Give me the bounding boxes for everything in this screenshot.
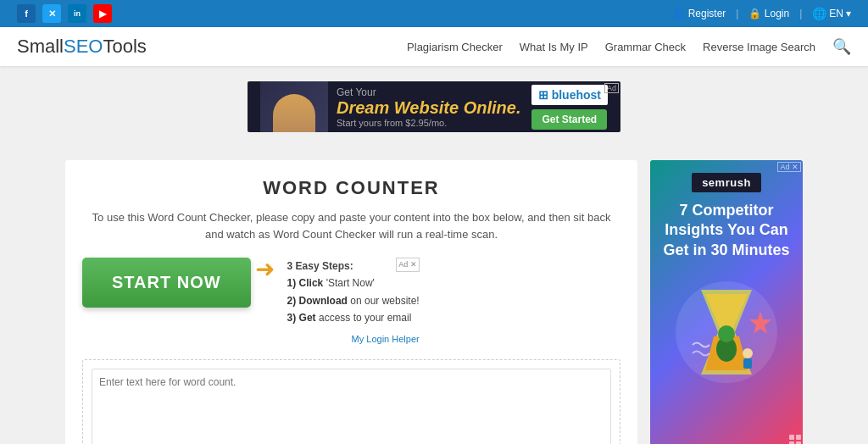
lock-icon: 🔒 xyxy=(748,8,761,19)
nav-whats-my-ip[interactable]: What Is My IP xyxy=(520,41,588,53)
register-link[interactable]: 👤 Register xyxy=(672,8,726,19)
facebook-icon[interactable]: f xyxy=(17,4,36,23)
bluehost-box: ⊞ bluehost Get Started xyxy=(531,85,608,130)
ad-row: START NOW ➜ Ad ✕ 3 Easy Steps: 1) Click … xyxy=(82,258,620,347)
hourglass-illustration xyxy=(667,273,786,391)
grid-dot xyxy=(796,435,801,440)
site-logo[interactable]: SmallSEOTools xyxy=(17,36,147,58)
main-layout: WORD COUNTER To use this Word Count Chec… xyxy=(53,147,815,444)
semrush-logo: semrush xyxy=(692,173,761,192)
start-now-button[interactable]: START NOW xyxy=(82,258,251,308)
page-description: To use this Word Count Checker, please c… xyxy=(82,209,620,242)
grid-dot xyxy=(789,435,794,440)
nav-grammar[interactable]: Grammar Check xyxy=(605,41,686,53)
twitter-icon[interactable]: ✕ xyxy=(42,4,61,23)
chevron-down-icon: ▾ xyxy=(846,8,851,19)
bluehost-logo: ⊞ bluehost xyxy=(531,85,608,105)
page-title: WORD COUNTER xyxy=(82,177,620,199)
svg-point-5 xyxy=(743,348,753,358)
login-link[interactable]: 🔒 Login xyxy=(748,8,789,19)
arrow-icon: ➜ xyxy=(255,258,275,281)
steps-ad-badge: Ad ✕ xyxy=(396,258,420,272)
youtube-icon[interactable]: ▶ xyxy=(93,4,112,23)
top-bar: f ✕ in ▶ 👤 Register | 🔒 Login | 🌐 EN ▾ xyxy=(0,0,868,27)
svg-rect-6 xyxy=(743,358,752,369)
svg-point-3 xyxy=(718,325,735,342)
social-icons: f ✕ in ▶ xyxy=(17,4,112,23)
banner-ad-image xyxy=(260,81,328,132)
nav-plagiarism[interactable]: Plagiarism Checker xyxy=(407,41,503,53)
top-bar-actions: 👤 Register | 🔒 Login | 🌐 EN ▾ xyxy=(672,7,851,20)
linkedin-icon[interactable]: in xyxy=(68,4,86,23)
sidebar-ad-inner: Ad ✕ semrush 7 Competitor Insights You C… xyxy=(650,160,803,444)
sidebar-ad-badge: Ad ✕ xyxy=(777,162,801,172)
main-content: WORD COUNTER To use this Word Count Chec… xyxy=(65,160,637,444)
nav-links: Plagiarism Checker What Is My IP Grammar… xyxy=(407,37,851,56)
grid-badge xyxy=(789,435,801,444)
get-started-button[interactable]: Get Started xyxy=(531,109,607,130)
person-image xyxy=(273,94,315,132)
login-helper-link[interactable]: My Login Helper xyxy=(287,331,420,347)
sidebar-ad-headline: 7 Competitor Insights You Can Get in 30 … xyxy=(659,201,794,260)
grid-icon: ⊞ xyxy=(538,88,548,102)
search-button[interactable]: 🔍 xyxy=(832,37,851,56)
sidebar-ad-visual xyxy=(667,273,786,391)
sidebar: Ad ✕ semrush 7 Competitor Insights You C… xyxy=(650,160,803,444)
ad-badge: Ad xyxy=(604,83,619,93)
flag-icon: 🌐 xyxy=(812,7,826,20)
textarea-container: ⊿ Upload Your File Here Choose File No f… xyxy=(82,359,620,444)
easy-steps: Ad ✕ 3 Easy Steps: 1) Click 1) Click 'St… xyxy=(287,258,420,347)
user-icon: 👤 xyxy=(672,8,685,19)
header: SmallSEOTools Plagiarism Checker What Is… xyxy=(0,27,868,66)
banner-ad-text: Get Your Dream Website Online. Start you… xyxy=(328,86,531,128)
language-selector[interactable]: 🌐 EN ▾ xyxy=(812,7,851,20)
banner-ad: Ad Get Your Dream Website Online. Start … xyxy=(248,81,620,132)
word-count-input[interactable] xyxy=(92,369,611,444)
sidebar-ad: Ad ✕ semrush 7 Competitor Insights You C… xyxy=(650,160,803,444)
nav-reverse-image[interactable]: Reverse Image Search xyxy=(703,41,815,53)
